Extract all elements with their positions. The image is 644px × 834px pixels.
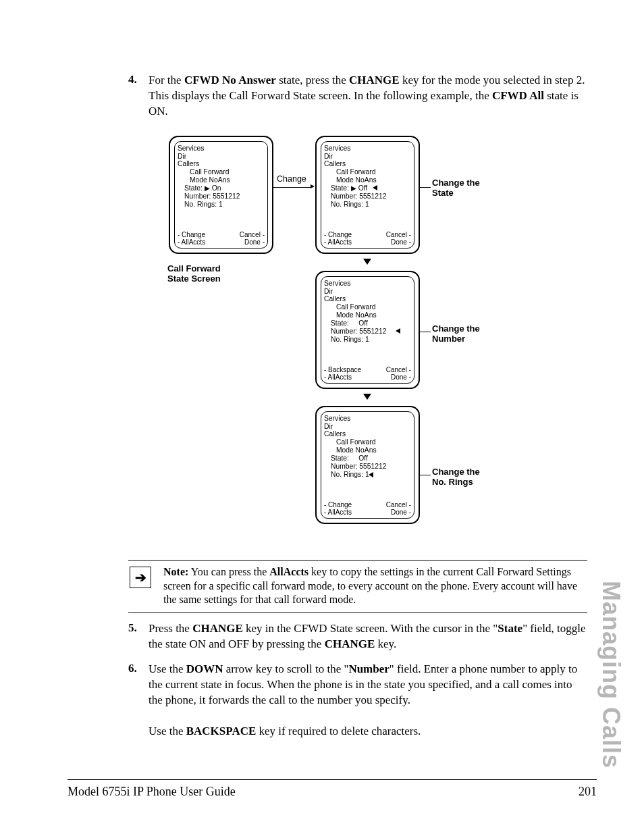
down-arrow-icon	[363, 259, 371, 265]
label-state-screen: Call Forward State Screen	[167, 264, 221, 284]
step-4-text: For the CFWD No Answer state, press the …	[149, 73, 587, 120]
label-change-rings: Change the No. Rings	[432, 467, 480, 488]
cursor-rings-icon	[369, 472, 373, 477]
label-change-number: Change the Number	[432, 324, 480, 344]
cursor-number-icon	[396, 328, 400, 334]
screen-2: Services Dir Callers Call Forward Mode N…	[315, 136, 420, 254]
arrow-line	[273, 187, 311, 188]
step-6-text: Use the DOWN arrow key to scroll to the …	[149, 662, 587, 739]
screen-4: Services Dir Callers Call Forward Mode N…	[315, 406, 420, 524]
step-5: 5. Press the CHANGE key in the CFWD Stat…	[128, 621, 587, 652]
change-arrow-label: Change	[277, 174, 306, 184]
note: ➔ Note: You can press the AllAccts key t…	[128, 560, 587, 613]
label-change-state: Change the State	[432, 178, 480, 199]
diagram: Services Dir Callers Call Forward Mode N…	[149, 129, 567, 548]
arrow-right-icon	[311, 184, 315, 188]
screen-1: Services Dir Callers Call Forward Mode N…	[169, 136, 273, 254]
down-arrow-icon-2	[363, 394, 371, 400]
cursor-state-icon	[373, 185, 377, 190]
arrow-right-icon: ➔	[130, 567, 151, 588]
footer-rule	[68, 779, 597, 780]
step-6-num: 6.	[128, 662, 149, 739]
step-6: 6. Use the DOWN arrow key to scroll to t…	[128, 662, 587, 739]
step-5-text: Press the CHANGE key in the CFWD State s…	[149, 621, 587, 652]
step-4: 4. For the CFWD No Answer state, press t…	[128, 73, 587, 120]
page-number: 201	[579, 785, 597, 799]
screen-3: Services Dir Callers Call Forward Mode N…	[315, 271, 420, 389]
footer: Model 6755i IP Phone User Guide 201	[68, 785, 597, 799]
footer-left: Model 6755i IP Phone User Guide	[68, 785, 236, 799]
note-text: Note: You can press the AllAccts key to …	[163, 565, 587, 607]
step-4-num: 4.	[128, 73, 149, 120]
step-5-num: 5.	[128, 621, 149, 652]
section-tab: Managing Calls	[597, 581, 625, 768]
